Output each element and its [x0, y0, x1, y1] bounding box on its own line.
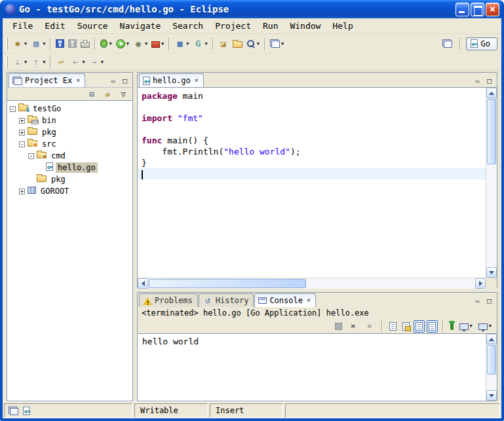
display-console-dropdown-arrow[interactable]: ▼: [470, 323, 473, 329]
tree-item-pkg[interactable]: +pkg: [7, 126, 132, 138]
console-vertical-scrollbar[interactable]: [486, 334, 497, 401]
scroll-right-button[interactable]: [475, 278, 486, 289]
menu-navigate[interactable]: Navigate: [114, 19, 167, 33]
display-console-button[interactable]: ▼: [457, 321, 475, 332]
back-button[interactable]: ←▼: [68, 55, 87, 69]
scrollbar-thumb[interactable]: [487, 345, 496, 375]
expand-expander-icon[interactable]: +: [19, 189, 25, 194]
clear-console-button[interactable]: [387, 320, 398, 333]
new-go-package-dropdown-arrow[interactable]: ▼: [186, 41, 189, 46]
code-line-3[interactable]: import "fmt": [138, 113, 486, 124]
tab-console[interactable]: Console×: [254, 293, 316, 307]
new-project-button[interactable]: ▤▼: [29, 37, 47, 51]
code-line-8[interactable]: [138, 168, 486, 179]
back-dropdown-arrow[interactable]: ▼: [82, 60, 85, 65]
project-tree[interactable]: -testGo+bin+pkg-src-cmdhello.gopkg+GOROO…: [7, 100, 132, 401]
collapse-expander-icon[interactable]: -: [19, 141, 25, 147]
code-line-6[interactable]: fmt.Println("hello world");: [138, 146, 486, 157]
scroll-down-button[interactable]: [486, 390, 497, 401]
run-last-dropdown-arrow[interactable]: ▼: [145, 41, 147, 46]
show-stderr-button[interactable]: [427, 320, 438, 333]
open-perspective-button[interactable]: [440, 37, 454, 50]
scroll-up-button[interactable]: [486, 334, 497, 344]
editor-horizontal-scrollbar[interactable]: [138, 278, 497, 289]
tab-history[interactable]: ↺History: [199, 293, 254, 307]
menu-search[interactable]: Search: [166, 19, 209, 33]
scrollbar-thumb[interactable]: [487, 99, 496, 164]
run-button[interactable]: ▼: [114, 37, 131, 50]
minimize-button[interactable]: [456, 3, 469, 16]
maximize-button[interactable]: [471, 3, 484, 16]
next-annotation-dropdown-arrow[interactable]: ▼: [24, 60, 27, 65]
last-edit-location-button[interactable]: ↩: [54, 55, 68, 69]
code-line-7[interactable]: }: [138, 157, 486, 168]
maximize-view-button[interactable]: [120, 77, 130, 85]
new-go-element-button[interactable]: G▼: [191, 37, 210, 51]
scroll-left-button[interactable]: [138, 278, 148, 289]
remove-launch-button[interactable]: ×: [346, 319, 360, 333]
expand-expander-icon[interactable]: +: [19, 130, 25, 136]
open-perspective-toolbar-button[interactable]: ▼: [268, 37, 286, 50]
scrollbar-track[interactable]: [486, 98, 497, 267]
view-menu-button[interactable]: ▽: [116, 87, 130, 101]
tab-project-explorer[interactable]: Project Ex ×: [9, 73, 85, 87]
next-annotation-button[interactable]: ⇣▼: [10, 55, 29, 69]
external-tools-button[interactable]: ▼: [149, 37, 166, 50]
go-perspective-button[interactable]: Go: [466, 37, 497, 50]
code-line-2[interactable]: [138, 101, 486, 113]
link-with-editor-button[interactable]: ⇄: [100, 87, 115, 101]
save-button[interactable]: [54, 37, 66, 50]
new-project-dropdown-arrow[interactable]: ▼: [43, 41, 45, 46]
external-tools-dropdown-arrow[interactable]: ▼: [161, 41, 164, 46]
collapse-expander-icon[interactable]: -: [10, 106, 16, 112]
tree-item-cmd[interactable]: -cmd: [7, 150, 132, 162]
menu-project[interactable]: Project: [209, 19, 257, 33]
scrollbar-thumb[interactable]: [149, 279, 306, 288]
new-go-package-button[interactable]: ▦▼: [172, 37, 191, 51]
scroll-down-button[interactable]: [486, 267, 497, 278]
forward-dropdown-arrow[interactable]: ▼: [101, 60, 104, 65]
expand-expander-icon[interactable]: +: [19, 118, 25, 124]
scroll-lock-button[interactable]: [400, 320, 412, 333]
minimize-console-button[interactable]: [473, 297, 482, 305]
tree-item-src[interactable]: -src: [7, 138, 132, 150]
run-dropdown-arrow[interactable]: ▼: [126, 41, 129, 46]
previous-annotation-dropdown-arrow[interactable]: ▼: [43, 60, 45, 65]
maximize-console-button[interactable]: [484, 297, 494, 305]
scroll-up-button[interactable]: [486, 88, 497, 98]
code-line-5[interactable]: func main() {: [138, 135, 486, 146]
close-icon[interactable]: ×: [76, 77, 80, 84]
debug-button[interactable]: ▼: [98, 37, 113, 50]
code-line-4[interactable]: [138, 124, 486, 135]
open-perspective-toolbar-dropdown-arrow[interactable]: ▼: [281, 41, 284, 46]
minimize-view-button[interactable]: [108, 77, 118, 85]
open-resource-button[interactable]: [231, 37, 244, 50]
fast-view-icon[interactable]: [9, 407, 18, 415]
scrollbar-track[interactable]: [486, 344, 497, 390]
search-dropdown-arrow[interactable]: ▼: [257, 41, 260, 46]
debug-dropdown-arrow[interactable]: ▼: [109, 41, 111, 46]
close-icon[interactable]: ×: [195, 77, 199, 84]
tab-problems[interactable]: Problems: [139, 293, 198, 307]
close-button[interactable]: [486, 3, 499, 16]
editor-vertical-scrollbar[interactable]: [486, 88, 497, 278]
tree-item-bin[interactable]: +bin: [7, 115, 132, 126]
remove-all-launches-button[interactable]: ×: [362, 319, 377, 333]
code-line-1[interactable]: package main: [138, 90, 486, 101]
open-console-dropdown-arrow[interactable]: ▼: [489, 323, 492, 329]
scrollbar-track[interactable]: [148, 278, 475, 289]
new-wizard-dropdown-arrow[interactable]: ▼: [24, 41, 27, 46]
menu-window[interactable]: Window: [284, 19, 326, 33]
menu-source[interactable]: Source: [71, 19, 114, 33]
new-wizard-button[interactable]: ✱▼: [10, 37, 29, 51]
tree-item-pkg[interactable]: pkg: [7, 174, 132, 185]
terminate-button[interactable]: [333, 321, 344, 332]
maximize-editor-button[interactable]: [484, 77, 494, 85]
minimize-editor-button[interactable]: [473, 77, 482, 85]
close-icon[interactable]: ×: [307, 297, 311, 304]
search-button[interactable]: ▼: [244, 37, 262, 50]
menu-help[interactable]: Help: [326, 19, 359, 33]
open-console-button[interactable]: ▼: [476, 321, 494, 332]
pin-console-button[interactable]: [448, 321, 456, 332]
collapse-expander-icon[interactable]: -: [28, 153, 34, 159]
